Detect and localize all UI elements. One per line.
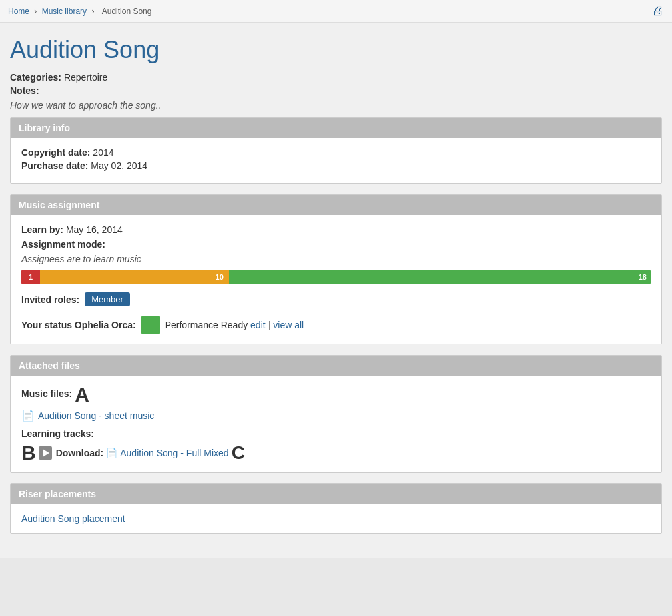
- assignment-mode-label: Assignment mode:: [21, 239, 105, 250]
- invited-roles-label: Invited roles:: [21, 294, 79, 305]
- track-pdf-icon: 📄: [106, 448, 117, 458]
- progress-bar: 1 10 18: [21, 270, 651, 284]
- track-row: B Download: 📄 Audition Song - Full Mixed…: [21, 443, 651, 463]
- library-info-header: Library info: [11, 118, 661, 138]
- letter-b-decoration: B: [21, 443, 36, 463]
- library-info-panel: Library info Copyright date: 2014 Purcha…: [10, 117, 662, 184]
- music-files-label: Music files:: [21, 388, 72, 399]
- music-assignment-panel: Music assignment Learn by: May 16, 2014 …: [10, 194, 662, 344]
- role-badge: Member: [85, 292, 130, 306]
- learn-by-value: May 16, 2014: [66, 224, 123, 235]
- breadcrumb-music-library[interactable]: Music library: [42, 7, 87, 16]
- bar-segment-1: 1: [21, 270, 40, 284]
- notes-text: How we want to approach the song..: [10, 100, 662, 111]
- page-title: Audition Song: [10, 36, 662, 64]
- library-info-body: Copyright date: 2014 Purchase date: May …: [11, 138, 661, 183]
- invited-roles-row: Invited roles: Member: [21, 292, 651, 306]
- status-label: Your status Ophelia Orca:: [21, 320, 136, 330]
- learn-by-label: Learn by:: [21, 224, 63, 235]
- riser-placements-body: Audition Song placement: [11, 504, 661, 533]
- placement-link[interactable]: Audition Song placement: [21, 513, 125, 524]
- bar-segment-3: 10: [210, 270, 228, 284]
- bar-segment-2: [40, 270, 210, 284]
- learning-tracks-label: Learning tracks:: [21, 428, 651, 439]
- edit-link[interactable]: edit: [250, 320, 266, 330]
- play-button[interactable]: [39, 446, 52, 460]
- pdf-icon: 📄: [21, 409, 35, 422]
- status-color-block: [141, 316, 160, 334]
- copyright-label: Copyright date:: [21, 147, 90, 158]
- status-text: Performance Ready: [165, 320, 248, 330]
- purchase-value: May 02, 2014: [91, 160, 147, 171]
- attached-files-header: Attached files: [11, 356, 661, 376]
- meta-section: Categories: Repertoire Notes: How we wan…: [10, 72, 662, 111]
- status-row: Your status Ophelia Orca: Performance Re…: [21, 316, 651, 334]
- riser-placements-panel: Riser placements Audition Song placement: [10, 483, 662, 534]
- breadcrumb: Home › Music library › Audition Song: [8, 7, 154, 16]
- breadcrumb-home[interactable]: Home: [8, 7, 29, 16]
- categories-label: Categories:: [10, 72, 61, 83]
- breadcrumb-current: Audition Song: [102, 7, 152, 16]
- purchase-label: Purchase date:: [21, 160, 88, 171]
- attached-files-body: Music files: A 📄 Audition Song - sheet m…: [11, 376, 661, 472]
- notes-label: Notes:: [10, 85, 39, 96]
- music-file-item: 📄 Audition Song - sheet music: [21, 409, 651, 422]
- categories-value: Repertoire: [64, 72, 107, 83]
- music-assignment-body: Learn by: May 16, 2014 Assignment mode: …: [11, 215, 661, 344]
- print-icon[interactable]: 🖨: [652, 4, 664, 18]
- copyright-value: 2014: [93, 147, 113, 158]
- view-all-link[interactable]: view all: [273, 320, 304, 330]
- letter-c-decoration: C: [232, 444, 245, 462]
- bar-segment-4: 18: [229, 270, 651, 284]
- attached-files-panel: Attached files Music files: A 📄 Audition…: [10, 355, 662, 473]
- riser-placements-header: Riser placements: [11, 484, 661, 504]
- music-assignment-header: Music assignment: [11, 195, 661, 215]
- letter-a-decoration: A: [75, 385, 89, 405]
- play-triangle-icon: [43, 449, 49, 457]
- music-file-link[interactable]: Audition Song - sheet music: [38, 410, 154, 421]
- download-label: Download:: [56, 448, 104, 458]
- assignees-text: Assignees are to learn music: [21, 254, 651, 264]
- track-file-link[interactable]: Audition Song - Full Mixed: [120, 448, 228, 458]
